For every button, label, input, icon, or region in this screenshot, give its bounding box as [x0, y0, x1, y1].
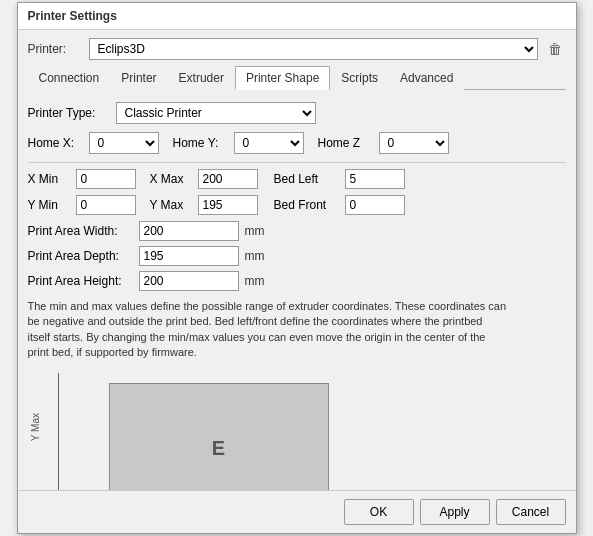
bed-front-input[interactable]	[345, 195, 405, 215]
e-label: E	[212, 436, 225, 459]
tab-printer-shape[interactable]: Printer Shape	[235, 66, 330, 90]
width-input[interactable]	[139, 221, 239, 241]
ymin-label: Y Min	[28, 198, 70, 212]
depth-input[interactable]	[139, 246, 239, 266]
cancel-button[interactable]: Cancel	[496, 499, 566, 525]
height-label: Print Area Height:	[28, 274, 133, 288]
diagram-container: Y Max E C	[58, 373, 358, 490]
dialog-title: Printer Settings	[18, 3, 576, 30]
xmax-label: X Max	[150, 172, 192, 186]
tab-advanced[interactable]: Advanced	[389, 66, 464, 90]
home-y-label: Home Y:	[173, 136, 228, 150]
tab-bar: Connection Printer Extruder Printer Shap…	[28, 66, 566, 90]
info-text: The min and max values define the possib…	[28, 299, 508, 361]
printer-settings-dialog: Printer Settings Printer: Eclips3D 🗑 Con…	[17, 2, 577, 534]
width-row: Print Area Width: mm	[28, 221, 566, 241]
delete-printer-button[interactable]: 🗑	[544, 38, 566, 60]
bed-front-label: Bed Front	[274, 198, 339, 212]
bed-left-label: Bed Left	[274, 172, 339, 186]
ymax-input[interactable]	[198, 195, 258, 215]
home-y-select[interactable]: 0	[234, 132, 304, 154]
height-input[interactable]	[139, 271, 239, 291]
home-row: Home X: 0 Home Y: 0 Home Z 0	[28, 132, 566, 154]
tab-scripts[interactable]: Scripts	[330, 66, 389, 90]
dialog-footer: OK Apply Cancel	[18, 490, 576, 533]
apply-button[interactable]: Apply	[420, 499, 490, 525]
printer-type-select[interactable]: Classic Printer	[116, 102, 316, 124]
tab-connection[interactable]: Connection	[28, 66, 111, 90]
diagram-axes: E C	[58, 373, 358, 490]
ymax-label: Y Max	[150, 198, 192, 212]
depth-label: Print Area Depth:	[28, 249, 133, 263]
width-unit: mm	[245, 224, 265, 238]
xmin-input[interactable]	[76, 169, 136, 189]
ymin-row: Y Min Y Max Bed Front	[28, 195, 566, 215]
y-max-label: Y Max	[30, 413, 41, 441]
print-bed-rect: E	[109, 383, 329, 490]
xmin-row: X Min X Max Bed Left	[28, 169, 566, 189]
xmax-input[interactable]	[198, 169, 258, 189]
home-z-label: Home Z	[318, 136, 373, 150]
printer-type-label: Printer Type:	[28, 106, 108, 120]
printer-row: Printer: Eclips3D 🗑	[28, 38, 566, 60]
depth-unit: mm	[245, 249, 265, 263]
ymin-input[interactable]	[76, 195, 136, 215]
home-x-select[interactable]: 0	[89, 132, 159, 154]
height-unit: mm	[245, 274, 265, 288]
dialog-content: Printer: Eclips3D 🗑 Connection Printer E…	[18, 30, 576, 490]
ok-button[interactable]: OK	[344, 499, 414, 525]
bed-left-input[interactable]	[345, 169, 405, 189]
printer-label: Printer:	[28, 42, 83, 56]
depth-row: Print Area Depth: mm	[28, 246, 566, 266]
printer-shape-form: Printer Type: Classic Printer Home X: 0 …	[28, 98, 566, 490]
divider-1	[28, 162, 566, 163]
printer-type-row: Printer Type: Classic Printer	[28, 102, 566, 124]
home-x-label: Home X:	[28, 136, 83, 150]
printer-select[interactable]: Eclips3D	[89, 38, 538, 60]
tab-printer[interactable]: Printer	[110, 66, 167, 90]
width-label: Print Area Width:	[28, 224, 133, 238]
xmin-label: X Min	[28, 172, 70, 186]
home-z-select[interactable]: 0	[379, 132, 449, 154]
tab-extruder[interactable]: Extruder	[168, 66, 235, 90]
height-row: Print Area Height: mm	[28, 271, 566, 291]
